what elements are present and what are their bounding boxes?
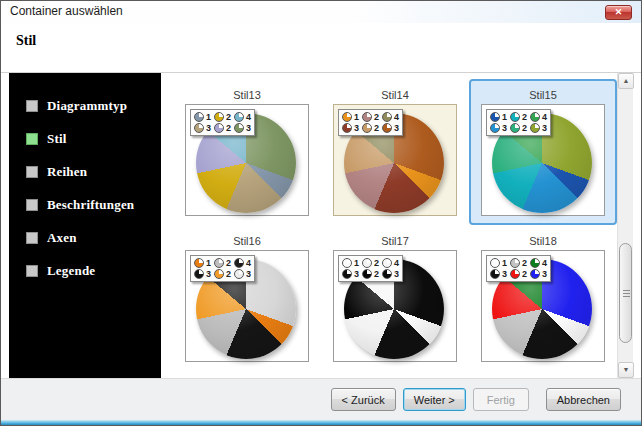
- pie-slice-icon: [530, 269, 540, 279]
- chart-preview-box: 124323: [185, 104, 309, 216]
- chart-preview-box: 124323: [333, 250, 457, 362]
- legend-entry: 1: [490, 258, 507, 268]
- legend-value: 3: [502, 269, 507, 279]
- legend-value: 2: [522, 123, 527, 133]
- legend-entry: 3: [234, 269, 251, 279]
- dialog-footer: < ZurückWeiter >FertigAbbrechen: [1, 378, 641, 420]
- pie-slice-icon: [530, 123, 540, 133]
- legend-entry: 2: [214, 269, 231, 279]
- pie-slice-icon: [342, 123, 352, 133]
- style-tile-label: Stil18: [471, 235, 615, 247]
- pie-slice-icon: [234, 269, 244, 279]
- legend-entry: 4: [382, 112, 399, 122]
- legend-value: 4: [246, 112, 251, 122]
- sidebar-item-stil[interactable]: Stil: [26, 122, 161, 155]
- pie-slice-icon: [194, 112, 204, 122]
- pie-slice-icon: [530, 258, 540, 268]
- style-tile-stil14[interactable]: Stil14124323: [321, 79, 469, 225]
- legend-entry: 1: [194, 258, 211, 268]
- legend-value: 2: [226, 258, 231, 268]
- chart-legend: 124323: [338, 109, 403, 136]
- sidebar-item-label: Axen: [47, 230, 77, 246]
- step-square-icon: [26, 232, 38, 244]
- style-tile-label: Stil17: [323, 235, 467, 247]
- legend-entry: 1: [342, 112, 359, 122]
- chart-preview-box: 124323: [333, 104, 457, 216]
- pie-slice-icon: [214, 112, 224, 122]
- style-gallery: Stil13124323Stil14124323Stil15124323Stil…: [161, 73, 618, 378]
- legend-value: 2: [522, 112, 527, 122]
- legend-value: 1: [354, 112, 359, 122]
- legend-entry: 2: [362, 269, 379, 279]
- style-tile-label: Stil15: [471, 89, 615, 101]
- legend-entry: 3: [194, 123, 211, 133]
- step-square-icon: [26, 265, 38, 277]
- pie-slice-icon: [234, 112, 244, 122]
- legend-entry: 3: [490, 123, 507, 133]
- cancel-button[interactable]: Abbrechen: [546, 388, 621, 411]
- scrollbar-thumb[interactable]: [619, 243, 632, 343]
- style-tile-stil17[interactable]: Stil17124323: [321, 225, 469, 371]
- close-icon[interactable]: ✕: [605, 5, 632, 20]
- legend-value: 2: [374, 269, 379, 279]
- legend-value: 3: [542, 123, 547, 133]
- dialog-window: Container auswählen ✕ Stil DiagrammtypSt…: [0, 0, 642, 426]
- sidebar-item-label: Beschriftungen: [47, 197, 134, 213]
- finish-button: Fertig: [473, 388, 529, 411]
- legend-entry: 3: [194, 269, 211, 279]
- pie-slice-icon: [382, 123, 392, 133]
- titlebar: Container auswählen ✕: [1, 1, 641, 23]
- pie-slice-icon: [194, 123, 204, 133]
- scroll-up-icon[interactable]: ▲: [618, 73, 634, 89]
- scroll-down-icon[interactable]: ▼: [618, 362, 634, 378]
- pie-slice-icon: [342, 269, 352, 279]
- style-tile-stil18[interactable]: Stil18124323: [469, 225, 617, 371]
- pie-slice-icon: [490, 269, 500, 279]
- back-button[interactable]: < Zurück: [331, 388, 396, 411]
- pie-slice-icon: [194, 269, 204, 279]
- sidebar-item-legende[interactable]: Legende: [26, 254, 161, 287]
- active-step-square-icon: [26, 133, 38, 145]
- pie-slice-icon: [362, 123, 372, 133]
- chart-preview-box: 124323: [185, 250, 309, 362]
- next-button[interactable]: Weiter >: [403, 388, 466, 411]
- pie-slice-icon: [362, 258, 372, 268]
- legend-value: 1: [502, 112, 507, 122]
- pie-slice-icon: [510, 112, 520, 122]
- pie-slice-icon: [342, 258, 352, 268]
- style-tile-stil15[interactable]: Stil15124323: [469, 79, 617, 225]
- pie-slice-icon: [194, 258, 204, 268]
- legend-entry: 2: [510, 258, 527, 268]
- pie-slice-icon: [214, 123, 224, 133]
- chart-legend: 124323: [338, 255, 403, 282]
- sidebar-item-beschriftungen[interactable]: Beschriftungen: [26, 188, 161, 221]
- legend-value: 3: [246, 269, 251, 279]
- vertical-scrollbar[interactable]: ▲ ▼: [617, 73, 633, 378]
- pie-slice-icon: [490, 112, 500, 122]
- chart-legend: 124323: [486, 255, 551, 282]
- step-square-icon: [26, 199, 38, 211]
- legend-value: 1: [502, 258, 507, 268]
- chart-preview-box: 124323: [481, 250, 605, 362]
- pie-slice-icon: [214, 269, 224, 279]
- pie-slice-icon: [490, 123, 500, 133]
- pie-slice-icon: [490, 258, 500, 268]
- sidebar-item-reihen[interactable]: Reihen: [26, 155, 161, 188]
- chart-legend: 124323: [486, 109, 551, 136]
- pie-slice-icon: [382, 258, 392, 268]
- legend-value: 3: [394, 269, 399, 279]
- legend-value: 1: [206, 112, 211, 122]
- pie-slice-icon: [214, 258, 224, 268]
- legend-value: 2: [374, 123, 379, 133]
- pie-slice-icon: [510, 258, 520, 268]
- pie-slice-icon: [382, 269, 392, 279]
- legend-entry: 4: [530, 112, 547, 122]
- style-tile-stil13[interactable]: Stil13124323: [173, 79, 321, 225]
- sidebar-item-diagrammtyp[interactable]: Diagrammtyp: [26, 89, 161, 122]
- sidebar-item-axen[interactable]: Axen: [26, 221, 161, 254]
- legend-value: 3: [502, 123, 507, 133]
- sidebar-item-label: Diagrammtyp: [47, 98, 127, 114]
- legend-entry: 2: [214, 112, 231, 122]
- legend-value: 2: [522, 269, 527, 279]
- style-tile-stil16[interactable]: Stil16124323: [173, 225, 321, 371]
